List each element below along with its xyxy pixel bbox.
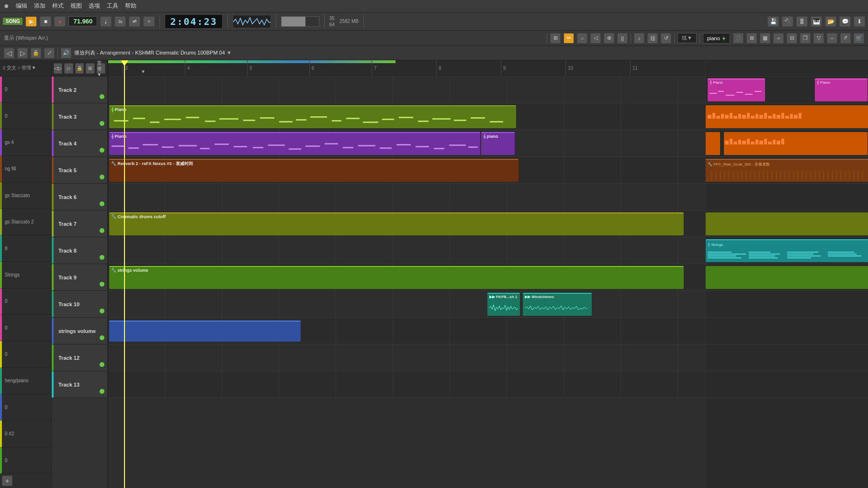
collapse-btn[interactable]: ◁▷ [54, 63, 62, 74]
menu-options[interactable]: 选项 [89, 2, 100, 10]
clip-right-track7[interactable] [706, 212, 868, 235]
sidebar-item-3[interactable]: ng fill [0, 156, 51, 182]
sidebar-item-8[interactable]: 0 [0, 288, 51, 315]
mode-select[interactable]: 线▼ [677, 33, 697, 43]
link-btn[interactable]: ⛓ [647, 33, 658, 44]
track-header-sv[interactable]: strings volume [52, 318, 107, 344]
grid-btn[interactable]: ▦ [760, 33, 770, 44]
record-button[interactable]: ● [54, 16, 66, 27]
sidebar-item-5[interactable]: gs Staccato 2 [0, 209, 51, 235]
sidebar-item-6[interactable]: 8 [0, 235, 51, 262]
track-lane-10[interactable]: ▶▶ FKFB...sh 1 ▶▶ Windchimes [108, 291, 705, 318]
track-header-4[interactable]: Track 4 [52, 130, 107, 157]
sidebar-item-2[interactable]: gs 4 [0, 129, 51, 155]
select-btn[interactable]: ○ [577, 33, 587, 44]
knife-btn[interactable]: || [617, 33, 628, 44]
track-lane-13[interactable] [108, 371, 705, 398]
metronome-btn[interactable]: ♩ [100, 16, 112, 27]
track-header-10[interactable]: Track 10 [52, 291, 107, 318]
sidebar-item-13[interactable]: 0 #2 [0, 421, 51, 447]
speaker2-btn[interactable]: 🔊 [61, 48, 71, 58]
loop2-btn[interactable]: ↺ [661, 33, 671, 44]
loop-btn[interactable]: ⇌ [129, 16, 140, 27]
clip-track3-piano[interactable]: 𝄞 Piano [109, 105, 516, 128]
clip-track4-piano2[interactable]: 𝄞 piano [481, 132, 515, 155]
header-grid-btn[interactable]: ⊞ [86, 63, 94, 74]
track-lane-3[interactable]: 𝄞 Piano [108, 103, 705, 130]
track-lane-7[interactable]: 🔧 Cinematic drums cutoff [108, 211, 705, 237]
clip-right-track8[interactable]: 𝄞 Strings [706, 239, 868, 262]
header-manage-btn[interactable]: 管理▼ [97, 63, 105, 74]
resize-btn[interactable]: ⤢ [44, 48, 55, 58]
piano-roll2-btn[interactable]: ⊟ [787, 33, 797, 44]
track-lane-5[interactable]: 🔧 Reeverb 2 - reFX Nexus #3 - 衰减时间 [108, 157, 705, 184]
menu-tools[interactable]: 工具 [107, 2, 118, 10]
snap2-btn[interactable]: ↔ [827, 33, 837, 44]
menu-view[interactable]: 视图 [70, 2, 82, 10]
header-lock-btn[interactable]: 🔒 [75, 63, 84, 74]
track-lane-4[interactable]: 𝄞 Piano [108, 130, 705, 157]
menu-add[interactable]: 添加 [34, 2, 45, 10]
clip-track5-reeverb[interactable]: 🔧 Reeverb 2 - reFX Nexus #3 - 衰减时间 [109, 159, 519, 182]
pattern-btn[interactable]: ≈ [143, 16, 155, 27]
track-header-5[interactable]: Track 5 [52, 157, 107, 184]
clip-right-track9[interactable] [706, 266, 868, 289]
zoom-btn[interactable]: ⊕ [604, 33, 614, 44]
nav-right-btn[interactable]: ▷ [17, 48, 28, 58]
clip-track10-windchimes[interactable]: ▶▶ Windchimes [523, 293, 592, 316]
nav-left-btn[interactable]: ◁ [4, 48, 14, 58]
track-header-8[interactable]: Track 8 [52, 237, 107, 264]
filter-btn[interactable]: ▽ [813, 33, 824, 44]
sidebar-item-10[interactable]: 0 [0, 341, 51, 367]
clip-track10-fkfb[interactable]: ▶▶ FKFB...sh 1 [487, 293, 520, 316]
clip-right-track3[interactable] [706, 105, 868, 128]
master-volume[interactable] [281, 16, 319, 27]
clip-track7-cinematic[interactable]: 🔧 Cinematic drums cutoff [109, 212, 684, 235]
stop-button[interactable]: ■ [40, 16, 51, 27]
chat-btn[interactable]: 💬 [839, 16, 851, 27]
chord-btn[interactable]: 🎵 [733, 33, 744, 44]
sidebar-item-0[interactable]: 0 [0, 77, 51, 103]
track-header-7[interactable]: Track 7 [52, 211, 107, 237]
track-lane-6[interactable] [108, 184, 705, 211]
menu-help[interactable]: 帮助 [125, 2, 136, 10]
track-header-12[interactable]: Track 12 [52, 344, 107, 371]
menu-style[interactable]: 样式 [52, 2, 64, 10]
track-lane-sv[interactable] [108, 318, 705, 344]
clip-track4-piano[interactable]: 𝄞 Piano [109, 132, 480, 155]
cart-btn[interactable]: 🛒 [854, 33, 864, 44]
play-button[interactable]: ▶ [25, 16, 37, 27]
plugins-btn[interactable]: 🔌 [782, 16, 793, 27]
move-btn[interactable]: ↱ [840, 33, 851, 44]
track-lane-12[interactable] [108, 344, 705, 371]
copy-btn[interactable]: ❐ [800, 33, 811, 44]
track-header-13[interactable]: Track 13 [52, 371, 107, 398]
sidebar-item-9[interactable]: 0 [0, 315, 51, 341]
download-btn[interactable]: ⬇ [854, 16, 865, 27]
snap-btn[interactable]: ⊞ [550, 33, 561, 44]
header-arrow-btn[interactable]: ▷ [64, 63, 73, 74]
time-sig-btn[interactable]: 3₂ [114, 16, 126, 27]
track-header-2[interactable]: Track 2 [52, 77, 107, 103]
sidebar-item-1[interactable]: 0 [0, 103, 51, 129]
track-header-6[interactable]: Track 6 [52, 184, 107, 211]
mixer-btn[interactable]: 🎛 [796, 16, 808, 27]
song-button[interactable]: SONG [3, 18, 23, 25]
clip-right-track4-b[interactable] [724, 132, 868, 155]
track-header-9[interactable]: Track 9 [52, 264, 107, 291]
add-track-button[interactable]: + [2, 476, 12, 486]
clip-right-track4-a[interactable] [706, 132, 720, 155]
track-lane-8[interactable] [108, 237, 705, 264]
clip-strings-vol[interactable] [109, 321, 301, 342]
sidebar-item-4[interactable]: gs Staccato [0, 182, 51, 209]
piano-plus-icon[interactable]: + [722, 34, 726, 42]
track-lane-2[interactable] [108, 77, 705, 103]
bpm-display[interactable]: 71.960 [68, 16, 97, 26]
arp-btn[interactable]: ≈ [773, 33, 784, 44]
piano-selector[interactable]: piano + [703, 33, 730, 44]
erase-btn[interactable]: ◁ [590, 33, 601, 44]
lock-btn[interactable]: 🔒 [31, 48, 41, 58]
track-header-3[interactable]: Track 3 [52, 103, 107, 130]
save-btn[interactable]: 💾 [767, 16, 779, 27]
draw-btn[interactable]: ✏ [564, 33, 574, 44]
